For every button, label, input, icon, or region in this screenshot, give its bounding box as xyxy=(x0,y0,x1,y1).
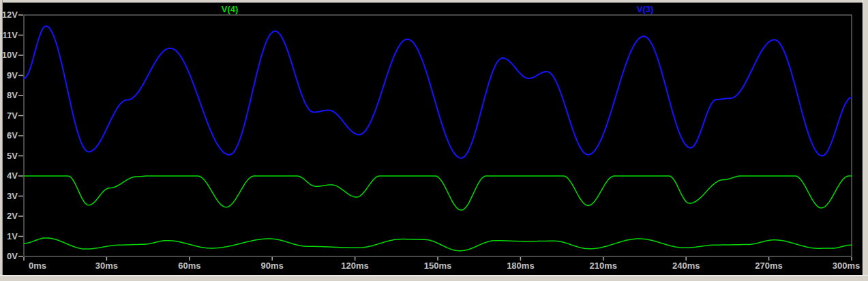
trace-v4-lower-trace[interactable] xyxy=(24,238,852,251)
window-frame-left-seam xyxy=(2,0,3,281)
legend-label-v4[interactable]: V(4) xyxy=(222,4,239,14)
plot-canvas[interactable] xyxy=(0,0,868,281)
x-axis-tick-label: 60ms xyxy=(168,261,211,271)
x-axis-tick-label: 0ms xyxy=(16,261,59,271)
x-axis-tick-label: 120ms xyxy=(333,261,377,271)
legend-label-v3[interactable]: V(3) xyxy=(637,4,654,14)
waveform-viewer-window: V(4) V(3) 0V1V2V3V4V5V6V7V8V9V10V11V12V … xyxy=(0,0,868,281)
window-frame-bottom xyxy=(0,276,868,281)
x-axis-tick-label: 180ms xyxy=(498,261,542,271)
x-axis-tick-label: 30ms xyxy=(85,261,128,271)
window-frame-top-seam xyxy=(0,2,868,3)
x-axis-tick-label: 150ms xyxy=(416,261,460,271)
x-axis-tick-label: 90ms xyxy=(250,261,294,271)
trace-v4-clipped-trace[interactable] xyxy=(24,176,852,210)
x-axis-tick-label: 210ms xyxy=(582,261,625,271)
x-axis-tick-label: 270ms xyxy=(747,261,791,271)
x-axis-tick-label: 300ms xyxy=(824,261,868,271)
plot-box xyxy=(24,15,852,256)
x-axis-tick-label: 240ms xyxy=(664,261,708,271)
window-frame-right xyxy=(863,0,868,281)
trace-v3-trace[interactable] xyxy=(24,26,852,158)
